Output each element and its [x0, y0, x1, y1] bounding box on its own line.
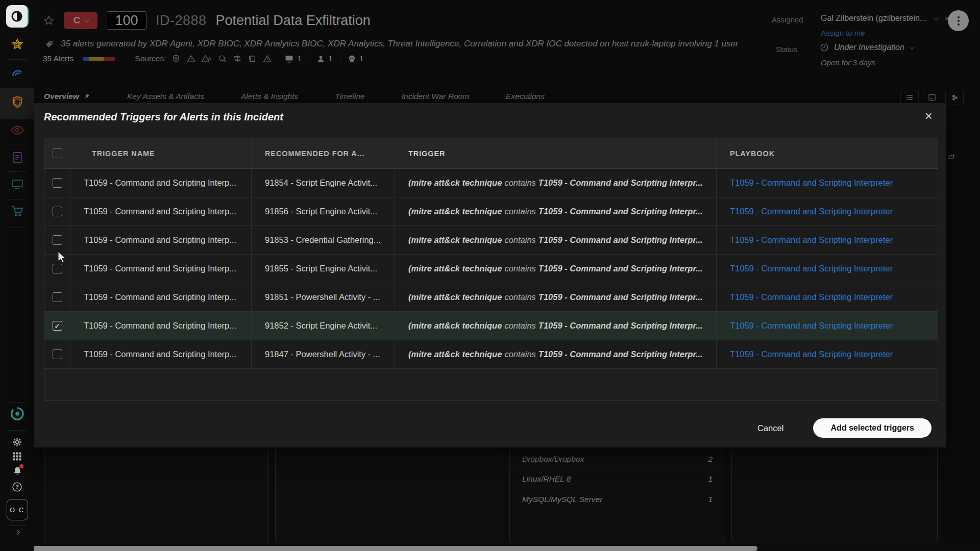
- screen: C 100 ID-2888 Potential Data Exfiltratio…: [0, 0, 980, 551]
- select-all-checkbox[interactable]: [53, 148, 62, 158]
- playbook-link[interactable]: T1059 - Command and Scripting Interprete…: [730, 207, 893, 216]
- trigger-name-cell: T1059 - Command and Scripting Interp...: [70, 312, 252, 340]
- sidebar-expand-chevron-icon[interactable]: [0, 531, 34, 534]
- trigger-condition-cell: (mitre att&ck techniquecontainsT1059 - C…: [395, 283, 717, 311]
- table-row-selected[interactable]: T1059 - Command and Scripting Interp... …: [44, 312, 938, 340]
- cancel-button[interactable]: Cancel: [757, 423, 783, 433]
- dialog-close-icon[interactable]: ×: [925, 109, 933, 122]
- add-selected-triggers-button[interactable]: Add selected triggers: [813, 418, 932, 438]
- recommended-alert-cell: 91855 - Script Engine Activit...: [252, 255, 395, 283]
- sidebar-divider: [7, 59, 27, 60]
- trigger-condition-cell: (mitre att&ck techniquecontainsT1059 - C…: [395, 169, 717, 197]
- dialog-title: Recommended Triggers for Alerts in this …: [44, 111, 283, 123]
- playbook-link[interactable]: T1059 - Command and Scripting Interprete…: [730, 264, 893, 273]
- sidebar-divider: [7, 228, 27, 228]
- help-icon[interactable]: ?: [0, 482, 34, 492]
- recommended-triggers-dialog: Recommended Triggers for Alerts in this …: [34, 103, 946, 447]
- user-avatar[interactable]: O C: [0, 499, 34, 520]
- trigger-condition-cell: (mitre att&ck techniquecontainsT1059 - C…: [395, 312, 717, 340]
- trigger-name-cell: T1059 - Command and Scripting Interp...: [70, 340, 252, 368]
- sidebar-divider: [7, 525, 27, 526]
- trigger-condition-cell: (mitre att&ck techniquecontainsT1059 - C…: [395, 197, 717, 226]
- sidebar-divider: [7, 199, 27, 199]
- playbook-link[interactable]: T1059 - Command and Scripting Interprete…: [730, 292, 893, 302]
- table-row[interactable]: T1059 - Command and Scripting Interp... …: [44, 340, 938, 369]
- trigger-name-cell: T1059 - Command and Scripting Interp...: [70, 283, 252, 311]
- sidebar-item-dashboard[interactable]: [0, 66, 34, 80]
- notification-dot: [19, 464, 23, 468]
- table-header-row: TRIGGER NAME RECOMMENDED FOR A... TRIGGE…: [44, 138, 938, 169]
- sidebar-divider: [7, 171, 27, 172]
- sidebar-item-starred[interactable]: [0, 38, 34, 51]
- apps-grid-icon[interactable]: [0, 452, 34, 461]
- row-checkbox[interactable]: [53, 292, 62, 302]
- row-checkbox-checked[interactable]: [53, 321, 62, 331]
- sidebar-item-threat-intel[interactable]: [0, 124, 34, 136]
- trigger-name-cell: T1059 - Command and Scripting Interp...: [70, 255, 252, 283]
- row-checkbox[interactable]: [53, 349, 62, 359]
- app-sidebar: ? O C: [0, 0, 34, 551]
- table-row[interactable]: T1059 - Command and Scripting Interp... …: [44, 197, 938, 226]
- sidebar-divider: [7, 430, 27, 431]
- sidebar-divider: [7, 32, 27, 32]
- column-header-playbook[interactable]: PLAYBOOK: [717, 138, 938, 168]
- notifications-bell-icon[interactable]: [0, 466, 34, 478]
- trigger-condition-cell: (mitre att&ck techniquecontainsT1059 - C…: [395, 340, 717, 368]
- trigger-condition-cell: (mitre att&ck techniquecontainsT1059 - C…: [395, 226, 717, 254]
- trigger-name-cell: T1059 - Command and Scripting Interp...: [70, 169, 252, 197]
- settings-gear-icon[interactable]: [0, 437, 34, 447]
- column-header-trigger-name[interactable]: TRIGGER NAME: [70, 138, 252, 168]
- row-checkbox[interactable]: [53, 178, 62, 188]
- avatar-initials: O C: [7, 499, 28, 520]
- playbook-link[interactable]: T1059 - Command and Scripting Interprete…: [730, 321, 893, 331]
- recommended-alert-cell: 91847 - Powershell Activity - ...: [252, 340, 395, 368]
- playbook-link[interactable]: T1059 - Command and Scripting Interprete…: [730, 178, 893, 188]
- sidebar-item-marketplace[interactable]: [0, 205, 34, 217]
- row-checkbox[interactable]: [53, 235, 62, 245]
- sidebar-item-endpoints[interactable]: [0, 179, 34, 190]
- table-row[interactable]: T1059 - Command and Scripting Interp... …: [44, 169, 938, 197]
- mouse-cursor: [57, 251, 68, 265]
- row-checkbox[interactable]: [53, 207, 62, 216]
- sidebar-item-xsoar[interactable]: [0, 406, 34, 421]
- sidebar-item-incident-response[interactable]: [0, 95, 34, 109]
- table-row[interactable]: T1059 - Command and Scripting Interp... …: [44, 283, 938, 312]
- trigger-condition-cell: (mitre att&ck techniquecontainsT1059 - C…: [395, 255, 717, 283]
- triggers-table: TRIGGER NAME RECOMMENDED FOR A... TRIGGE…: [44, 138, 938, 400]
- column-header-trigger[interactable]: TRIGGER: [395, 138, 717, 168]
- column-header-recommended-for[interactable]: RECOMMENDED FOR A...: [252, 138, 395, 168]
- sidebar-divider: [7, 144, 27, 144]
- recommended-alert-cell: 91852 - Script Engine Activit...: [252, 312, 395, 340]
- table-row[interactable]: T1059 - Command and Scripting Interp... …: [44, 226, 938, 255]
- playbook-link[interactable]: T1059 - Command and Scripting Interprete…: [730, 349, 893, 359]
- sidebar-item-reports[interactable]: [0, 151, 34, 164]
- svg-text:?: ?: [15, 484, 19, 490]
- trigger-name-cell: T1059 - Command and Scripting Interp...: [70, 197, 252, 226]
- playbook-link[interactable]: T1059 - Command and Scripting Interprete…: [730, 235, 893, 245]
- sidebar-divider: [7, 402, 27, 403]
- trigger-name-cell: T1059 - Command and Scripting Interp...: [70, 226, 252, 254]
- recommended-alert-cell: 91856 - Script Engine Activit...: [252, 197, 395, 226]
- table-empty-area: [44, 369, 938, 400]
- cortex-logo[interactable]: [0, 5, 34, 28]
- recommended-alert-cell: 91853 - Credential Gathering...: [252, 226, 395, 254]
- recommended-alert-cell: 91851 - Powershell Activity - ...: [252, 283, 395, 311]
- table-row[interactable]: T1059 - Command and Scripting Interp... …: [44, 255, 938, 283]
- recommended-alert-cell: 91854 - Script Engine Activit...: [252, 169, 395, 197]
